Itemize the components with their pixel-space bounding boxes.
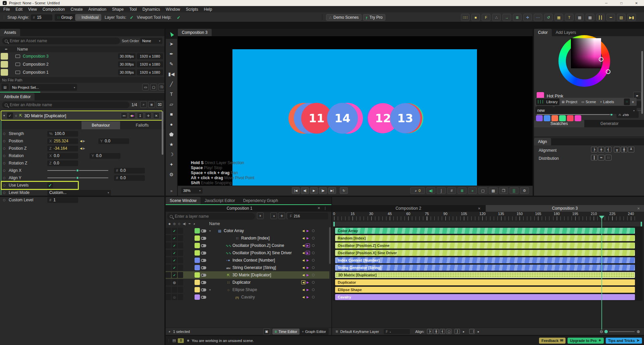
kf-align-right-button[interactable]: ╡ (440, 329, 445, 334)
direct-select-tool[interactable]: ➤ (166, 39, 177, 49)
layer-search[interactable] (167, 213, 255, 220)
solo-circle-icon[interactable]: ○ (15, 114, 17, 118)
track-bar-color-array[interactable]: Color Array (335, 228, 635, 234)
arc-tool[interactable]: ☽ (166, 149, 177, 159)
pin-icon[interactable]: ↧ (137, 112, 144, 119)
solo-cell[interactable] (178, 265, 183, 271)
swatch-tab-labels[interactable]: ◗Labels (598, 98, 616, 105)
connect-circle-icon[interactable] (3, 184, 5, 187)
in-connection-icon[interactable]: ◀ (301, 280, 306, 284)
keyframe-arrows[interactable]: ◀▶ (79, 147, 86, 150)
select-tool[interactable] (166, 29, 177, 39)
tab-color[interactable]: Color (534, 29, 552, 36)
solo-cell[interactable] (178, 287, 183, 293)
close-attribute-icon[interactable]: ✕ (153, 112, 160, 119)
attribute-field[interactable]: Z0.0 (47, 160, 78, 166)
out-connection-icon[interactable]: ▶ (306, 251, 310, 255)
palette-swatch[interactable] (575, 115, 581, 121)
lock-cell[interactable] (166, 235, 171, 241)
delete-icon[interactable]: ⎄ (158, 84, 165, 90)
out-connection-icon[interactable]: ▶ (306, 258, 310, 262)
layer-color-swatch[interactable] (195, 258, 200, 263)
add-attribute-icon[interactable]: ≣ (148, 101, 155, 108)
solo-cell[interactable] (178, 279, 183, 285)
move-dots-icon[interactable]: ✛ (523, 14, 532, 21)
menu-file[interactable]: File (3, 7, 10, 12)
layer-row[interactable]: ✓▫✦Index Context [Number]◀▶ (166, 257, 329, 264)
out-connection-icon[interactable]: ▶ (306, 229, 310, 233)
kf-align-center-button[interactable]: ╫ (433, 329, 439, 334)
play-button[interactable]: ▶ (310, 187, 318, 194)
layer-color-swatch[interactable] (195, 235, 200, 241)
zoom-in-icon[interactable]: ⊕ (637, 329, 640, 334)
attribute-scrollbar[interactable] (162, 111, 163, 155)
align-top-button[interactable]: ╥ (614, 147, 620, 152)
timeline-frame-field[interactable]: F- (384, 329, 410, 334)
asset-color-swatch[interactable] (1, 69, 8, 76)
keyframe-arrows[interactable]: ◀▶ (79, 139, 86, 143)
new-composition-icon[interactable]: ▢ (150, 84, 157, 90)
solo-circle-icon[interactable] (312, 237, 315, 239)
attribute-field[interactable]: Y0.0 (90, 153, 120, 159)
selection-toggle-icon[interactable]: ◕ (168, 330, 170, 333)
palette-swatch[interactable] (551, 115, 558, 121)
track-bar-oscillator-position-x-sine-driver[interactable]: Oscillator [Position.X] Sine Driver (335, 250, 635, 256)
playhead-handle[interactable] (599, 216, 604, 219)
layer-color-swatch[interactable] (195, 243, 200, 248)
checker-icon[interactable]: ▒ (509, 187, 519, 194)
ellipse-tool[interactable]: ● (166, 119, 177, 129)
solo-cell[interactable] (178, 257, 183, 263)
work-area-bar[interactable] (333, 222, 643, 226)
attribute-field[interactable]: #0.0 (114, 175, 145, 181)
lock-cell[interactable] (166, 228, 171, 234)
in-connection-icon[interactable]: ◀ (301, 236, 306, 240)
layer-color-swatch[interactable] (195, 280, 200, 285)
lock-icon[interactable]: ◆ (168, 222, 171, 225)
timeline-ruler[interactable]: 0153045607590105120135150165180195210225… (332, 212, 644, 216)
viewport-zoom-dropdown[interactable]: 38%▾ (181, 188, 203, 194)
menu-edit[interactable]: Edit (15, 7, 22, 12)
magnet-icon[interactable]: ⌡ (454, 329, 460, 334)
menu-help[interactable]: Help (204, 7, 212, 12)
color-scrollbar[interactable] (641, 51, 643, 114)
close-button[interactable]: ✕ (629, 0, 644, 6)
palette-swatch[interactable] (559, 115, 566, 121)
add-layer-button[interactable]: + (257, 212, 264, 219)
star-tool[interactable]: ★ (166, 139, 177, 149)
out-connection-icon[interactable]: ▶ (306, 266, 310, 270)
solo-circle-icon[interactable] (312, 244, 315, 247)
attribute-slider[interactable] (47, 170, 108, 171)
out-connection-icon[interactable]: ▶ (306, 273, 310, 277)
out-connection-icon[interactable]: ▶ (306, 295, 310, 299)
layer-row[interactable]: ▾◌Ellipse Shape◀▶ (166, 286, 329, 293)
attribute-slider[interactable] (47, 178, 108, 178)
group-button[interactable]: ∷Group (55, 14, 75, 21)
shape-circle-14[interactable]: 14 (327, 103, 358, 134)
viewport-tab-composition-3[interactable]: Composition 3 (178, 29, 212, 36)
layer-row[interactable]: ✓abcString Generator [String]◀▶ (166, 264, 329, 271)
sort-order-dropdown[interactable]: None▾ (140, 38, 162, 44)
shape-circle-13[interactable]: 13 (390, 103, 420, 133)
attribute-field[interactable]: %100.0 (47, 131, 78, 137)
pick-attribute-icon[interactable]: ⌕ (140, 101, 147, 108)
tab-assets[interactable]: Assets (0, 29, 20, 36)
menu-tool[interactable]: Tool (129, 7, 137, 12)
lock-cell[interactable] (166, 243, 171, 249)
layer-toggle[interactable] (201, 274, 206, 277)
timeline-zoom-knob[interactable] (604, 330, 608, 333)
asset-search[interactable] (2, 38, 120, 44)
chevron-down-icon[interactable]: ▾ (3, 114, 5, 117)
isolate-icon[interactable]: ✛ (278, 212, 285, 219)
text-frame-icon[interactable]: F (482, 14, 490, 21)
render-icon[interactable]: ◇ (178, 222, 180, 225)
visibility-cell[interactable]: ✓ (172, 250, 177, 256)
align-left-icon[interactable]: ≣ (513, 14, 522, 21)
stagger-b-icon[interactable]: ▩ (586, 14, 594, 21)
layer-color-swatch[interactable] (195, 272, 200, 278)
demo-scenes-button[interactable]: ∴Demo Scenes (326, 14, 362, 21)
palette-swatch[interactable] (567, 115, 574, 121)
track-bar-ellipse-shape[interactable]: Ellipse Shape (335, 287, 635, 293)
align-v-center-button[interactable]: ╫ (621, 147, 627, 152)
solo-circle-icon[interactable] (312, 259, 315, 262)
in-connection-icon[interactable]: ◀ (301, 295, 306, 299)
